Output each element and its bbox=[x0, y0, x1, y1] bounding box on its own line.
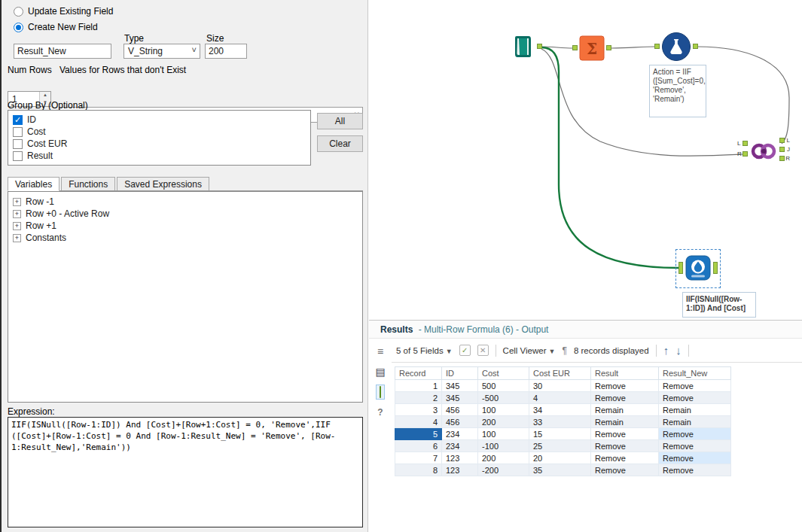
table-cell[interactable]: 33 bbox=[529, 416, 591, 428]
tree-item-row-0-active-row[interactable]: +Row +0 - Active Row bbox=[13, 208, 362, 220]
column-header-cost-eur[interactable]: Cost EUR bbox=[529, 367, 591, 380]
output-anchor[interactable] bbox=[713, 262, 718, 274]
table-cell[interactable]: 5 bbox=[395, 428, 442, 440]
output-anchor[interactable] bbox=[693, 44, 698, 49]
radio-icon[interactable] bbox=[14, 7, 23, 17]
table-cell[interactable]: 456 bbox=[442, 404, 478, 416]
all-button[interactable]: All bbox=[317, 113, 363, 129]
table-cell[interactable]: Remove bbox=[591, 428, 659, 440]
expand-plus-icon[interactable]: + bbox=[13, 210, 21, 218]
formula-annotation[interactable]: Action = IIF ([Sum_Cost]=0, 'Remove', 'R… bbox=[649, 65, 706, 117]
table-cell[interactable]: 3 bbox=[395, 404, 442, 416]
input-anchor[interactable] bbox=[654, 44, 660, 49]
connection-input-join[interactable] bbox=[541, 49, 743, 156]
table-cell[interactable]: Remove bbox=[659, 464, 731, 476]
output-anchor-l[interactable] bbox=[779, 138, 785, 143]
table-cell[interactable]: Remove bbox=[659, 452, 731, 464]
connection-summarize-formula[interactable] bbox=[611, 47, 655, 48]
table-cell[interactable]: Remain bbox=[659, 416, 731, 428]
output-anchor-tab[interactable] bbox=[377, 385, 384, 399]
table-cell[interactable]: 100 bbox=[478, 404, 529, 416]
table-cell[interactable]: 20 bbox=[529, 452, 591, 464]
table-cell[interactable]: Remove bbox=[591, 464, 659, 476]
multirow-annotation[interactable]: IIF(ISNull([Row- 1:ID]) And [Cost] bbox=[682, 292, 756, 318]
x-box-icon[interactable]: ✕ bbox=[477, 345, 489, 356]
table-cell[interactable]: 123 bbox=[442, 464, 478, 476]
table-cell[interactable]: Remove bbox=[591, 452, 659, 464]
join-tool[interactable]: L R L J R bbox=[749, 137, 778, 166]
table-cell[interactable]: 25 bbox=[529, 440, 591, 452]
checkbox-checked-icon[interactable] bbox=[13, 115, 23, 125]
output-anchor-j[interactable] bbox=[779, 147, 785, 152]
table-cell[interactable]: -500 bbox=[478, 392, 529, 404]
tab-variables[interactable]: Variables bbox=[8, 177, 59, 191]
table-cell[interactable]: 456 bbox=[442, 416, 478, 428]
create-new-field-radio[interactable]: Create New Field bbox=[14, 22, 98, 32]
table-cell[interactable]: Remove bbox=[659, 392, 731, 404]
input-anchor-right[interactable] bbox=[743, 151, 748, 157]
table-cell[interactable]: Remain bbox=[659, 404, 731, 416]
table-cell[interactable]: 345 bbox=[442, 380, 478, 392]
tree-item-row-1[interactable]: +Row -1 bbox=[13, 196, 362, 208]
table-cell[interactable]: 200 bbox=[478, 452, 529, 464]
expand-plus-icon[interactable]: + bbox=[13, 234, 21, 242]
table-cell[interactable]: 123 bbox=[442, 452, 478, 464]
formula-tool[interactable] bbox=[661, 32, 691, 62]
table-cell[interactable]: 345 bbox=[442, 392, 478, 404]
tab-functions[interactable]: Functions bbox=[61, 177, 115, 190]
input-anchor[interactable] bbox=[572, 45, 578, 50]
table-cell[interactable]: Remove bbox=[659, 440, 731, 452]
column-header-record[interactable]: Record bbox=[395, 367, 442, 380]
input-anchor[interactable] bbox=[678, 262, 683, 274]
arrow-down-icon[interactable]: ↓ bbox=[675, 344, 682, 357]
type-select[interactable]: V_String ˅ bbox=[124, 44, 200, 59]
pilcrow-icon[interactable]: ¶ bbox=[562, 345, 566, 356]
table-cell[interactable]: Remove bbox=[591, 392, 659, 404]
table-cell[interactable]: 34 bbox=[529, 404, 591, 416]
table-cell[interactable]: Remove bbox=[591, 380, 659, 392]
connection-formula-join[interactable] bbox=[697, 47, 789, 144]
group-by-item-cost[interactable]: Cost bbox=[13, 126, 306, 138]
column-header-id[interactable]: ID bbox=[442, 367, 478, 380]
expand-plus-icon[interactable]: + bbox=[13, 198, 21, 206]
group-by-item-id[interactable]: ID bbox=[13, 114, 306, 126]
field-name-input[interactable]: Result_New bbox=[14, 44, 111, 59]
column-header-cost[interactable]: Cost bbox=[478, 367, 529, 380]
table-cell[interactable]: Remove bbox=[659, 428, 731, 440]
cell-viewer-dropdown[interactable]: Cell Viewer▼ bbox=[503, 346, 556, 355]
checkbox-icon[interactable] bbox=[13, 151, 23, 161]
table-cell[interactable]: 234 bbox=[442, 440, 478, 452]
spin-up-icon[interactable]: ▲ bbox=[40, 92, 50, 99]
tree-item-row-1[interactable]: +Row +1 bbox=[13, 220, 362, 232]
size-input[interactable]: 200 bbox=[205, 44, 247, 59]
radio-checked-icon[interactable] bbox=[14, 23, 23, 32]
table-cell[interactable]: 234 bbox=[442, 428, 478, 440]
table-cell[interactable]: Remain bbox=[591, 404, 659, 416]
table-cell[interactable]: 1 bbox=[395, 380, 442, 392]
table-cell[interactable]: 2 bbox=[395, 392, 442, 404]
clear-button[interactable]: Clear bbox=[317, 135, 363, 152]
output-anchor[interactable] bbox=[606, 45, 611, 50]
output-anchor[interactable] bbox=[537, 44, 542, 49]
checkbox-icon[interactable] bbox=[13, 139, 23, 149]
metadata-icon[interactable]: ▤ bbox=[374, 365, 387, 378]
input-anchor-left[interactable] bbox=[743, 141, 748, 146]
expand-plus-icon[interactable]: + bbox=[13, 222, 21, 230]
tree-item-constants[interactable]: +Constants bbox=[13, 232, 362, 244]
menu-icon[interactable]: ≡ bbox=[374, 345, 387, 358]
update-existing-field-radio[interactable]: Update Existing Field bbox=[14, 6, 113, 17]
arrow-up-icon[interactable]: ↑ bbox=[663, 344, 669, 357]
table-cell[interactable]: Remove bbox=[659, 380, 731, 392]
table-cell[interactable]: 7 bbox=[395, 452, 442, 464]
help-icon[interactable]: ? bbox=[374, 406, 387, 419]
checkbox-icon[interactable] bbox=[13, 127, 23, 137]
table-cell[interactable]: 30 bbox=[529, 380, 591, 392]
table-cell[interactable]: 15 bbox=[529, 428, 591, 440]
table-cell[interactable]: 4 bbox=[395, 416, 442, 428]
checkmark-box-icon[interactable]: ✓ bbox=[459, 345, 471, 356]
output-anchor-r[interactable] bbox=[779, 156, 785, 161]
table-cell[interactable]: 4 bbox=[529, 392, 591, 404]
table-cell[interactable]: -100 bbox=[478, 440, 529, 452]
expression-editor[interactable]: IIF(ISNull([Row-1:ID]) And [Cost]+[Row+1… bbox=[8, 417, 363, 527]
multi-row-formula-tool[interactable] bbox=[685, 254, 712, 281]
